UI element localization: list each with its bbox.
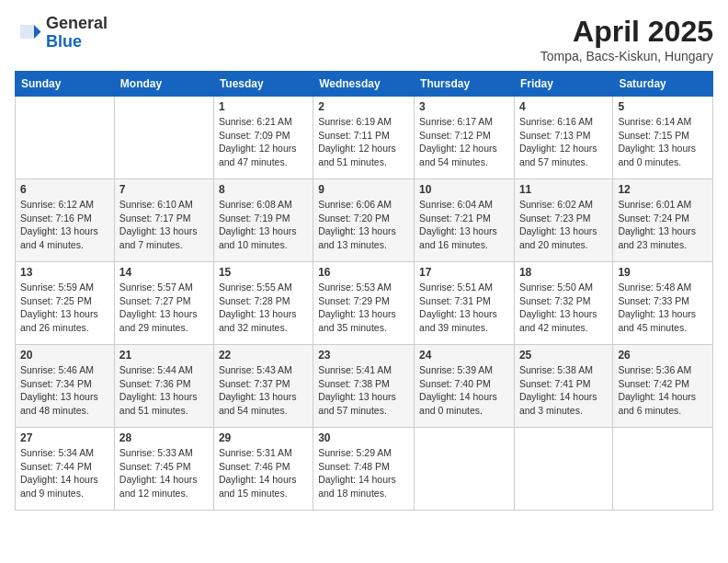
day-number: 6 <box>20 183 109 196</box>
cell-info: Sunrise: 6:17 AM Sunset: 7:12 PM Dayligh… <box>419 115 509 169</box>
calendar-cell <box>114 97 213 179</box>
cell-info: Sunrise: 6:02 AM Sunset: 7:23 PM Dayligh… <box>519 198 608 252</box>
cell-info: Sunrise: 5:36 AM Sunset: 7:42 PM Dayligh… <box>618 363 708 418</box>
col-header-tuesday: Tuesday <box>213 72 313 97</box>
cell-info: Sunrise: 5:39 AM Sunset: 7:40 PM Dayligh… <box>419 363 509 418</box>
day-number: 20 <box>20 349 109 362</box>
week-row-5: 27Sunrise: 5:34 AM Sunset: 7:44 PM Dayli… <box>16 428 713 511</box>
calendar-cell: 29Sunrise: 5:31 AM Sunset: 7:46 PM Dayli… <box>213 428 313 511</box>
calendar-cell: 10Sunrise: 6:04 AM Sunset: 7:21 PM Dayli… <box>415 179 515 262</box>
day-number: 2 <box>318 100 409 113</box>
cell-info: Sunrise: 5:38 AM Sunset: 7:41 PM Dayligh… <box>519 363 608 418</box>
cell-info: Sunrise: 6:12 AM Sunset: 7:16 PM Dayligh… <box>20 198 109 252</box>
week-row-2: 6Sunrise: 6:12 AM Sunset: 7:16 PM Daylig… <box>16 179 713 262</box>
calendar-cell: 13Sunrise: 5:59 AM Sunset: 7:25 PM Dayli… <box>16 262 115 345</box>
logo-text: General Blue <box>46 15 108 52</box>
logo-blue: Blue <box>46 32 82 51</box>
calendar-cell: 24Sunrise: 5:39 AM Sunset: 7:40 PM Dayli… <box>415 345 515 428</box>
svg-marker-0 <box>34 25 41 39</box>
day-number: 29 <box>219 431 308 444</box>
col-header-sunday: Sunday <box>16 72 115 97</box>
cell-info: Sunrise: 6:14 AM Sunset: 7:15 PM Dayligh… <box>618 115 708 169</box>
col-header-saturday: Saturday <box>613 72 713 97</box>
cell-info: Sunrise: 5:53 AM Sunset: 7:29 PM Dayligh… <box>318 281 409 335</box>
day-number: 24 <box>419 349 509 362</box>
calendar-cell: 18Sunrise: 5:50 AM Sunset: 7:32 PM Dayli… <box>514 262 612 345</box>
day-number: 26 <box>618 349 708 362</box>
cell-info: Sunrise: 5:55 AM Sunset: 7:28 PM Dayligh… <box>219 281 308 335</box>
day-number: 27 <box>20 431 109 444</box>
calendar-cell <box>16 97 115 179</box>
day-number: 4 <box>519 100 608 113</box>
week-row-1: 1Sunrise: 6:21 AM Sunset: 7:09 PM Daylig… <box>16 97 713 179</box>
cell-info: Sunrise: 5:43 AM Sunset: 7:37 PM Dayligh… <box>219 363 308 418</box>
cell-info: Sunrise: 6:21 AM Sunset: 7:09 PM Dayligh… <box>219 115 308 169</box>
cell-info: Sunrise: 5:50 AM Sunset: 7:32 PM Dayligh… <box>519 281 608 335</box>
logo: General Blue <box>15 15 108 52</box>
logo-icon <box>15 19 42 47</box>
cell-info: Sunrise: 5:46 AM Sunset: 7:34 PM Dayligh… <box>20 363 109 418</box>
calendar-cell: 20Sunrise: 5:46 AM Sunset: 7:34 PM Dayli… <box>16 345 115 428</box>
calendar-cell: 25Sunrise: 5:38 AM Sunset: 7:41 PM Dayli… <box>514 345 612 428</box>
calendar-cell: 2Sunrise: 6:19 AM Sunset: 7:11 PM Daylig… <box>313 97 415 179</box>
calendar-cell: 4Sunrise: 6:16 AM Sunset: 7:13 PM Daylig… <box>514 97 612 179</box>
cell-info: Sunrise: 5:31 AM Sunset: 7:46 PM Dayligh… <box>219 446 308 500</box>
day-number: 21 <box>119 349 209 362</box>
calendar-cell: 15Sunrise: 5:55 AM Sunset: 7:28 PM Dayli… <box>213 262 313 345</box>
calendar-cell: 14Sunrise: 5:57 AM Sunset: 7:27 PM Dayli… <box>114 262 213 345</box>
calendar-cell <box>514 428 612 511</box>
cell-info: Sunrise: 6:19 AM Sunset: 7:11 PM Dayligh… <box>318 115 409 169</box>
cell-info: Sunrise: 6:10 AM Sunset: 7:17 PM Dayligh… <box>119 198 209 252</box>
calendar-cell: 11Sunrise: 6:02 AM Sunset: 7:23 PM Dayli… <box>514 179 612 262</box>
calendar-cell: 17Sunrise: 5:51 AM Sunset: 7:31 PM Dayli… <box>415 262 515 345</box>
day-number: 14 <box>119 266 209 279</box>
cell-info: Sunrise: 5:33 AM Sunset: 7:45 PM Dayligh… <box>119 446 209 500</box>
day-number: 12 <box>618 183 708 196</box>
calendar-cell: 27Sunrise: 5:34 AM Sunset: 7:44 PM Dayli… <box>16 428 115 511</box>
week-row-4: 20Sunrise: 5:46 AM Sunset: 7:34 PM Dayli… <box>16 345 713 428</box>
title-block: April 2025 Tompa, Bacs-Kiskun, Hungary <box>540 15 713 63</box>
cell-info: Sunrise: 6:16 AM Sunset: 7:13 PM Dayligh… <box>519 115 608 169</box>
calendar-cell: 28Sunrise: 5:33 AM Sunset: 7:45 PM Dayli… <box>114 428 213 511</box>
cell-info: Sunrise: 5:34 AM Sunset: 7:44 PM Dayligh… <box>20 446 109 500</box>
svg-rect-1 <box>20 25 34 39</box>
col-header-wednesday: Wednesday <box>313 72 415 97</box>
calendar-cell: 19Sunrise: 5:48 AM Sunset: 7:33 PM Dayli… <box>613 262 713 345</box>
calendar-cell: 26Sunrise: 5:36 AM Sunset: 7:42 PM Dayli… <box>613 345 713 428</box>
header-row: SundayMondayTuesdayWednesdayThursdayFrid… <box>16 72 713 97</box>
cell-info: Sunrise: 6:04 AM Sunset: 7:21 PM Dayligh… <box>419 198 509 252</box>
day-number: 9 <box>318 183 409 196</box>
calendar-cell: 16Sunrise: 5:53 AM Sunset: 7:29 PM Dayli… <box>313 262 415 345</box>
calendar-cell: 21Sunrise: 5:44 AM Sunset: 7:36 PM Dayli… <box>114 345 213 428</box>
calendar-cell: 30Sunrise: 5:29 AM Sunset: 7:48 PM Dayli… <box>313 428 415 511</box>
calendar-cell: 9Sunrise: 6:06 AM Sunset: 7:20 PM Daylig… <box>313 179 415 262</box>
col-header-thursday: Thursday <box>415 72 515 97</box>
cell-info: Sunrise: 6:08 AM Sunset: 7:19 PM Dayligh… <box>219 198 308 252</box>
week-row-3: 13Sunrise: 5:59 AM Sunset: 7:25 PM Dayli… <box>16 262 713 345</box>
calendar-cell <box>415 428 515 511</box>
day-number: 25 <box>519 349 608 362</box>
day-number: 15 <box>219 266 308 279</box>
cell-info: Sunrise: 6:01 AM Sunset: 7:24 PM Dayligh… <box>618 198 708 252</box>
day-number: 28 <box>119 431 209 444</box>
cell-info: Sunrise: 5:29 AM Sunset: 7:48 PM Dayligh… <box>318 446 409 500</box>
cell-info: Sunrise: 5:48 AM Sunset: 7:33 PM Dayligh… <box>618 281 708 335</box>
day-number: 13 <box>20 266 109 279</box>
cell-info: Sunrise: 6:06 AM Sunset: 7:20 PM Dayligh… <box>318 198 409 252</box>
day-number: 8 <box>219 183 308 196</box>
calendar-table: SundayMondayTuesdayWednesdayThursdayFrid… <box>15 71 713 511</box>
day-number: 7 <box>119 183 209 196</box>
calendar-cell: 22Sunrise: 5:43 AM Sunset: 7:37 PM Dayli… <box>213 345 313 428</box>
cell-info: Sunrise: 5:51 AM Sunset: 7:31 PM Dayligh… <box>419 281 509 335</box>
cell-info: Sunrise: 5:59 AM Sunset: 7:25 PM Dayligh… <box>20 281 109 335</box>
calendar-cell: 7Sunrise: 6:10 AM Sunset: 7:17 PM Daylig… <box>114 179 213 262</box>
day-number: 16 <box>318 266 409 279</box>
month-title: April 2025 <box>540 15 713 49</box>
day-number: 19 <box>618 266 708 279</box>
logo-general: General <box>46 14 108 32</box>
calendar-cell: 3Sunrise: 6:17 AM Sunset: 7:12 PM Daylig… <box>415 97 515 179</box>
page-header: General Blue April 2025 Tompa, Bacs-Kisk… <box>15 15 713 63</box>
day-number: 18 <box>519 266 608 279</box>
calendar-cell: 23Sunrise: 5:41 AM Sunset: 7:38 PM Dayli… <box>313 345 415 428</box>
day-number: 10 <box>419 183 509 196</box>
